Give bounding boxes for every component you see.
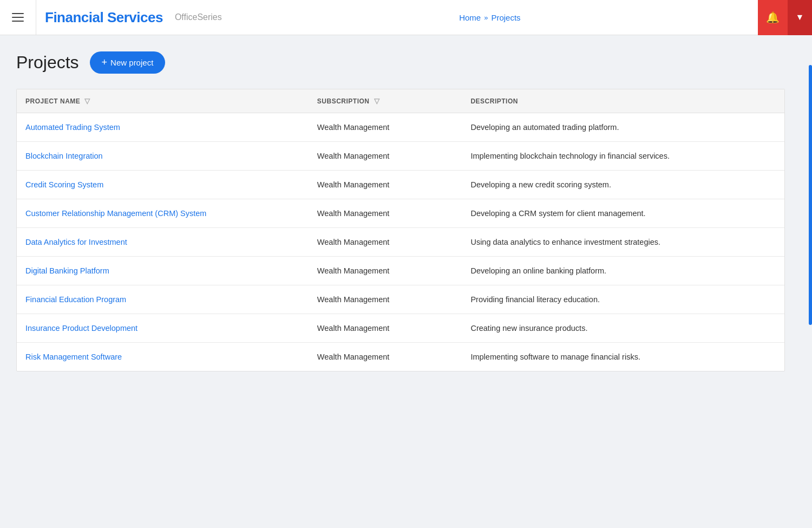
table-row: Risk Management SoftwareWealth Managemen… [17,343,784,371]
breadcrumb-separator: » [484,14,488,22]
col-header-description: DESCRIPTION [462,89,784,113]
project-name-link[interactable]: Blockchain Integration [25,152,103,160]
brand-subtitle: OfficeSeries [175,12,222,22]
subscription-cell: Wealth Management [309,285,462,314]
subscription-cell: Wealth Management [309,314,462,343]
description-cell: Implementing blockchain technology in fi… [462,142,784,171]
table-header: PROJECT NAME ▽ SUBSCRIPTION ▽ DESCRIPTIO… [17,89,784,113]
table-row: Credit Scoring SystemWealth ManagementDe… [17,171,784,199]
brand-name: Financial Services [45,9,163,26]
breadcrumb-nav: Home » Projects [222,13,758,22]
project-name-link[interactable]: Credit Scoring System [25,180,103,189]
subscription-filter-icon[interactable]: ▽ [374,97,380,105]
description-cell: Providing financial literacy education. [462,285,784,314]
description-cell: Developing a new credit scoring system. [462,171,784,199]
page-header: Projects + New project [16,51,796,74]
main-content: Projects + New project PROJECT NAME ▽ [0,35,812,388]
description-cell: Creating new insurance products. [462,314,784,343]
col-header-subscription: SUBSCRIPTION ▽ [309,89,462,113]
description-cell: Developing a CRM system for client manag… [462,199,784,228]
description-cell: Implementing software to manage financia… [462,343,784,371]
project-name-link[interactable]: Customer Relationship Management (CRM) S… [25,209,206,218]
project-name-link[interactable]: Risk Management Software [25,353,122,361]
description-cell: Developing an automated trading platform… [462,113,784,142]
subscription-cell: Wealth Management [309,142,462,171]
subscription-cell: Wealth Management [309,199,462,228]
table-row: Automated Trading SystemWealth Managemen… [17,113,784,142]
projects-table-container: PROJECT NAME ▽ SUBSCRIPTION ▽ DESCRIPTIO… [16,89,785,371]
project-name-link[interactable]: Data Analytics for Investment [25,238,127,246]
page-title: Projects [16,53,79,73]
table-row: Insurance Product DevelopmentWealth Mana… [17,314,784,343]
menu-icon[interactable] [9,10,27,25]
header-divider [36,0,36,35]
table-body: Automated Trading SystemWealth Managemen… [17,113,784,371]
table-row: Data Analytics for InvestmentWealth Mana… [17,228,784,257]
project-name-link[interactable]: Digital Banking Platform [25,266,109,275]
project-name-link[interactable]: Financial Education Program [25,295,126,304]
subscription-cell: Wealth Management [309,343,462,371]
subscription-cell: Wealth Management [309,171,462,199]
header-dropdown-button[interactable]: ▼ [788,0,812,35]
table-row: Digital Banking PlatformWealth Managemen… [17,257,784,285]
bell-icon: 🔔 [766,11,780,24]
project-name-link[interactable]: Automated Trading System [25,123,120,132]
table-row: Financial Education ProgramWealth Manage… [17,285,784,314]
description-cell: Using data analytics to enhance investme… [462,228,784,257]
notification-bell-button[interactable]: 🔔 [758,0,788,35]
header-left: Financial Services OfficeSeries [0,0,222,35]
project-name-filter-icon[interactable]: ▽ [84,97,90,105]
nav-projects-link[interactable]: Projects [491,13,520,22]
subscription-cell: Wealth Management [309,113,462,142]
plus-icon: + [102,57,108,68]
new-project-button[interactable]: + New project [90,51,166,74]
new-project-label: New project [110,58,153,67]
header: Financial Services OfficeSeries Home » P… [0,0,812,35]
col-header-project-name: PROJECT NAME ▽ [17,89,309,113]
subscription-cell: Wealth Management [309,257,462,285]
projects-table: PROJECT NAME ▽ SUBSCRIPTION ▽ DESCRIPTIO… [17,89,784,371]
table-row: Customer Relationship Management (CRM) S… [17,199,784,228]
subscription-cell: Wealth Management [309,228,462,257]
project-name-link[interactable]: Insurance Product Development [25,324,137,333]
table-row: Blockchain IntegrationWealth ManagementI… [17,142,784,171]
scrollbar-accent[interactable] [809,65,812,325]
description-cell: Developing an online banking platform. [462,257,784,285]
chevron-down-icon: ▼ [796,12,804,22]
nav-home-link[interactable]: Home [459,13,481,22]
header-actions: 🔔 ▼ [758,0,812,35]
